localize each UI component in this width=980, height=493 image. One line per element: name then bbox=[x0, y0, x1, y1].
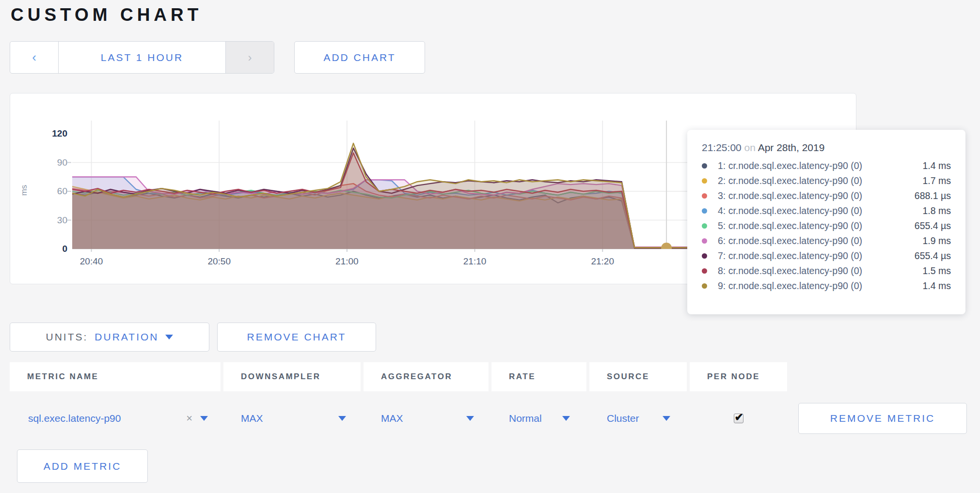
tooltip-series-row: 4: cr.node.sql.exec.latency-p90 (0)1.8 m… bbox=[702, 203, 951, 218]
tooltip-series-label: 9: cr.node.sql.exec.latency-p90 (0) bbox=[718, 280, 922, 292]
aggregator-dropdown[interactable]: MAX bbox=[381, 413, 474, 424]
column-header-rate: RATE bbox=[491, 362, 586, 391]
tooltip-series-label: 5: cr.node.sql.exec.latency-p90 (0) bbox=[718, 220, 915, 231]
y-axis-tick-label: 60 bbox=[38, 186, 67, 197]
hover-point-marker bbox=[661, 243, 672, 253]
page-title: CUSTOM CHART bbox=[11, 5, 202, 25]
y-axis-tick-label: 0 bbox=[38, 244, 67, 254]
column-header-per-node: PER NODE bbox=[690, 362, 787, 391]
y-axis-tick-label: 120 bbox=[38, 128, 67, 139]
tooltip-timestamp: 21:25:00 on Apr 28th, 2019 bbox=[702, 142, 951, 154]
y-axis-tick-label: 90 bbox=[38, 157, 67, 168]
tooltip-series-value: 1.4 ms bbox=[922, 280, 951, 292]
chart-hover-tooltip: 21:25:00 on Apr 28th, 2019 1: cr.node.sq… bbox=[687, 130, 965, 314]
metric-table-row: sql.exec.latency-p90 × MAX MAX Normal Cl… bbox=[10, 391, 970, 446]
metrics-table-header: METRIC NAMEDOWNSAMPLERAGGREGATORRATESOUR… bbox=[10, 362, 970, 391]
chevron-right-icon: › bbox=[248, 51, 252, 64]
series-color-dot-icon bbox=[702, 238, 707, 244]
tooltip-series-value: 655.4 µs bbox=[915, 220, 951, 231]
tooltip-series-label: 2: cr.node.sql.exec.latency-p90 (0) bbox=[718, 175, 922, 186]
series-color-dot-icon bbox=[702, 163, 707, 169]
remove-metric-button[interactable]: REMOVE METRIC bbox=[798, 403, 967, 434]
add-chart-button[interactable]: ADD CHART bbox=[294, 41, 425, 74]
chevron-left-icon: ‹ bbox=[32, 50, 36, 65]
tooltip-series-row: 3: cr.node.sql.exec.latency-p90 (0)688.1… bbox=[702, 188, 951, 203]
series-color-dot-icon bbox=[702, 283, 707, 289]
rate-value: Normal bbox=[509, 413, 542, 424]
tooltip-series-label: 1: cr.node.sql.exec.latency-p90 (0) bbox=[718, 160, 922, 171]
metric-name-value[interactable]: sql.exec.latency-p90 bbox=[28, 413, 121, 424]
tooltip-series-value: 1.7 ms bbox=[922, 175, 951, 186]
column-header-aggregator: AGGREGATOR bbox=[364, 362, 489, 391]
tooltip-series-value: 1.4 ms bbox=[922, 160, 951, 171]
x-axis-tick-label: 21:20 bbox=[591, 256, 614, 267]
tooltip-series-label: 3: cr.node.sql.exec.latency-p90 (0) bbox=[718, 190, 915, 201]
chevron-down-icon bbox=[562, 416, 570, 421]
series-color-dot-icon bbox=[702, 268, 707, 274]
downsampler-value: MAX bbox=[241, 413, 263, 424]
chevron-down-icon bbox=[663, 416, 670, 421]
y-axis-tick-label: 30 bbox=[38, 215, 67, 226]
checkmark-icon: ✔ bbox=[735, 411, 743, 424]
column-header-downsampler: DOWNSAMPLER bbox=[223, 362, 361, 391]
tooltip-series-row: 8: cr.node.sql.exec.latency-p90 (0)1.5 m… bbox=[702, 263, 951, 278]
time-window-selector: ‹ LAST 1 HOUR › bbox=[10, 41, 274, 74]
tooltip-series-value: 1.9 ms bbox=[922, 235, 951, 246]
x-axis-tick-label: 20:40 bbox=[80, 256, 103, 267]
x-axis-tick-label: 20:50 bbox=[207, 256, 231, 267]
tooltip-series-row: 7: cr.node.sql.exec.latency-p90 (0)655.4… bbox=[702, 248, 951, 263]
source-dropdown[interactable]: Cluster bbox=[607, 413, 670, 424]
clear-metric-icon[interactable]: × bbox=[186, 412, 192, 425]
add-metric-button[interactable]: ADD METRIC bbox=[17, 449, 148, 483]
tooltip-series-row: 5: cr.node.sql.exec.latency-p90 (0)655.4… bbox=[702, 218, 951, 233]
chevron-down-icon bbox=[338, 416, 346, 421]
chevron-down-icon[interactable] bbox=[165, 335, 173, 339]
source-value: Cluster bbox=[607, 413, 639, 424]
tooltip-series-value: 655.4 µs bbox=[915, 250, 951, 262]
rate-dropdown[interactable]: Normal bbox=[509, 413, 570, 424]
tooltip-series-row: 6: cr.node.sql.exec.latency-p90 (0)1.9 m… bbox=[702, 233, 951, 248]
time-window-prev-button[interactable]: ‹ bbox=[10, 42, 59, 73]
series-color-dot-icon bbox=[702, 253, 707, 259]
tooltip-series-value: 1.5 ms bbox=[922, 265, 951, 277]
per-node-checkbox[interactable]: ✔ bbox=[734, 414, 743, 423]
tooltip-series-row: 2: cr.node.sql.exec.latency-p90 (0)1.7 m… bbox=[702, 173, 951, 188]
x-axis-tick-label: 21:10 bbox=[463, 256, 487, 267]
series-area bbox=[72, 143, 698, 249]
tooltip-series-row: 9: cr.node.sql.exec.latency-p90 (0)1.4 m… bbox=[702, 278, 951, 293]
remove-chart-button[interactable]: REMOVE CHART bbox=[217, 323, 376, 352]
column-header-metric-name: METRIC NAME bbox=[10, 362, 221, 391]
y-axis-unit-label: ms bbox=[19, 185, 29, 196]
time-window-next-button[interactable]: › bbox=[225, 42, 274, 73]
units-dropdown[interactable]: UNITS: DURATION bbox=[10, 323, 209, 352]
tooltip-on-word: on bbox=[744, 142, 756, 153]
tooltip-series-value: 1.8 ms bbox=[922, 205, 951, 216]
tooltip-series-label: 7: cr.node.sql.exec.latency-p90 (0) bbox=[718, 250, 915, 262]
column-header-source: SOURCE bbox=[589, 362, 687, 391]
tooltip-series-value: 688.1 µs bbox=[915, 190, 951, 201]
series-color-dot-icon bbox=[702, 208, 707, 214]
tooltip-series-row: 1: cr.node.sql.exec.latency-p90 (0)1.4 m… bbox=[702, 158, 951, 173]
series-color-dot-icon bbox=[702, 193, 707, 199]
tooltip-time: 21:25:00 bbox=[702, 142, 742, 153]
series-color-dot-icon bbox=[702, 178, 707, 184]
downsampler-dropdown[interactable]: MAX bbox=[241, 413, 346, 424]
series-color-dot-icon bbox=[702, 223, 707, 229]
time-window-range-button[interactable]: LAST 1 HOUR bbox=[59, 42, 225, 73]
chevron-down-icon bbox=[466, 416, 474, 421]
aggregator-value: MAX bbox=[381, 413, 403, 424]
tooltip-series-label: 4: cr.node.sql.exec.latency-p90 (0) bbox=[718, 205, 922, 216]
tooltip-date: Apr 28th, 2019 bbox=[758, 142, 825, 153]
metric-name-cell: sql.exec.latency-p90 × bbox=[10, 391, 221, 446]
chevron-down-icon[interactable] bbox=[200, 416, 208, 421]
tooltip-series-label: 8: cr.node.sql.exec.latency-p90 (0) bbox=[718, 265, 922, 277]
units-selected-value: DURATION bbox=[95, 331, 158, 343]
tooltip-series-label: 6: cr.node.sql.exec.latency-p90 (0) bbox=[718, 235, 922, 246]
units-prefix-label: UNITS: bbox=[46, 331, 88, 343]
x-axis-tick-label: 21:00 bbox=[335, 256, 359, 267]
column-header-actions bbox=[790, 362, 970, 391]
